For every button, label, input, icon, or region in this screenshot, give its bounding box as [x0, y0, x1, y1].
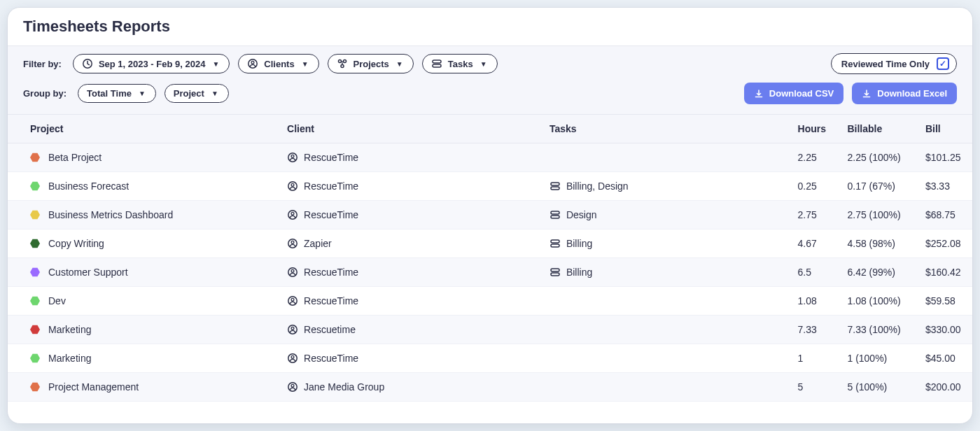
table-row[interactable]: Project ManagementJane Media Group55 (10… — [8, 373, 972, 402]
cell-bill: $68.75 — [916, 201, 972, 229]
person-circle-icon — [287, 238, 298, 249]
table-row[interactable]: MarketingRescueTime11 (100%)$45.00 — [8, 344, 972, 373]
col-header-client[interactable]: Client — [277, 115, 540, 143]
clock-icon — [82, 58, 93, 69]
chevron-down-icon: ▼ — [480, 60, 487, 68]
cell-hours: 7.33 — [788, 316, 838, 344]
table-row[interactable]: Copy WritingZapierBilling4.674.58 (98%)$… — [8, 229, 972, 258]
title-bar: Timesheets Reports — [8, 8, 972, 46]
tasks-icon — [550, 267, 561, 278]
project-name: Copy Writing — [48, 238, 104, 249]
cell-hours: 5 — [788, 373, 838, 402]
table-row[interactable]: Beta ProjectRescueTime2.252.25 (100%)$10… — [8, 143, 972, 172]
project-color-icon — [30, 239, 40, 248]
person-circle-icon — [287, 324, 298, 335]
table-header-row: Project Client Tasks Hours Billable Bill — [8, 115, 972, 143]
cell-billable: 1.08 (100%) — [837, 287, 915, 316]
page-title: Timesheets Reports — [23, 17, 957, 36]
person-circle-icon — [287, 267, 298, 278]
filter-label: Filter by: — [23, 59, 62, 69]
filter-projects-label: Projects — [354, 59, 389, 69]
cell-bill: $101.25 — [916, 143, 972, 172]
cell-bill: $3.33 — [916, 172, 972, 201]
report-card: Timesheets Reports Filter by: Sep 1, 202… — [7, 7, 973, 424]
col-header-bill[interactable]: Bill — [916, 115, 972, 143]
cell-billable: 0.17 (67%) — [837, 172, 915, 201]
filter-row: Filter by: Sep 1, 2023 - Feb 9, 2024 ▼ C… — [8, 46, 972, 78]
filter-date-range[interactable]: Sep 1, 2023 - Feb 9, 2024 ▼ — [73, 54, 230, 73]
download-csv-button[interactable]: Download CSV — [744, 83, 844, 104]
person-circle-icon — [287, 295, 298, 306]
cell-billable: 7.33 (100%) — [837, 316, 915, 344]
filter-tasks[interactable]: Tasks ▼ — [422, 54, 498, 73]
tasks-icon — [550, 181, 561, 192]
group-label: Group by: — [23, 88, 66, 99]
download-excel-button[interactable]: Download Excel — [852, 83, 957, 104]
table-row[interactable]: Business Metrics DashboardRescueTimeDesi… — [8, 201, 972, 229]
cell-bill: $330.00 — [916, 316, 972, 344]
project-name: Marketing — [48, 324, 91, 335]
project-name: Project Management — [48, 381, 139, 393]
table-row[interactable]: Business ForecastRescueTimeBilling, Desi… — [8, 172, 972, 201]
group-project[interactable]: Project ▼ — [164, 84, 229, 103]
group-project-label: Project — [174, 88, 204, 99]
project-color-icon — [30, 296, 40, 306]
client-name: RescueTime — [304, 209, 358, 220]
person-circle-icon — [287, 181, 298, 192]
project-color-icon — [30, 382, 40, 392]
cell-hours: 4.67 — [788, 229, 838, 258]
person-circle-icon — [287, 353, 298, 364]
cell-hours: 0.25 — [788, 172, 838, 201]
col-header-tasks[interactable]: Tasks — [540, 115, 788, 143]
cell-bill: $252.08 — [916, 229, 972, 258]
chevron-down-icon: ▼ — [211, 90, 218, 97]
tasks-icon — [550, 238, 561, 249]
cell-billable: 2.25 (100%) — [837, 143, 915, 172]
cell-billable: 4.58 (98%) — [837, 229, 915, 258]
filter-tasks-label: Tasks — [448, 59, 473, 69]
reviewed-only-toggle[interactable]: Reviewed Time Only — [831, 53, 957, 74]
col-header-billable[interactable]: Billable — [837, 115, 915, 143]
cell-hours: 2.75 — [788, 201, 838, 229]
col-header-project[interactable]: Project — [8, 115, 277, 143]
task-names: Billing, Design — [566, 181, 629, 192]
client-name: RescueTime — [304, 267, 358, 278]
reviewed-only-checkbox[interactable] — [937, 57, 949, 70]
table-row[interactable]: Customer SupportRescueTimeBilling6.56.42… — [8, 258, 972, 287]
table-row[interactable]: DevRescueTime1.081.08 (100%)$59.58 — [8, 287, 972, 316]
client-name: Zapier — [304, 238, 332, 249]
download-icon — [754, 89, 764, 99]
col-header-hours[interactable]: Hours — [788, 115, 838, 143]
person-circle-icon — [287, 209, 298, 220]
client-name: Rescuetime — [304, 324, 356, 335]
cell-hours: 2.25 — [788, 143, 838, 172]
chevron-down-icon: ▼ — [139, 90, 146, 97]
group-total-time[interactable]: Total Time ▼ — [78, 84, 156, 103]
filter-date-range-value: Sep 1, 2023 - Feb 9, 2024 — [99, 59, 205, 69]
table-row[interactable]: MarketingRescuetime7.337.33 (100%)$330.0… — [8, 316, 972, 344]
filter-clients[interactable]: Clients ▼ — [238, 54, 318, 73]
project-name: Beta Project — [48, 152, 102, 163]
filter-projects[interactable]: Projects ▼ — [328, 54, 414, 73]
project-color-icon — [30, 267, 40, 277]
project-color-icon — [30, 353, 40, 363]
project-color-icon — [30, 153, 40, 162]
client-name: RescueTime — [304, 353, 358, 364]
tasks-icon — [431, 58, 442, 69]
project-name: Business Forecast — [48, 181, 129, 192]
group-row: Group by: Total Time ▼ Project ▼ Downloa… — [8, 78, 972, 115]
task-names: Billing — [566, 267, 592, 278]
task-names: Billing — [566, 238, 592, 249]
projects-icon — [337, 58, 348, 69]
cell-bill: $45.00 — [916, 344, 972, 373]
cell-billable: 2.75 (100%) — [837, 201, 915, 229]
project-name: Dev — [48, 295, 66, 306]
cell-hours: 1.08 — [788, 287, 838, 316]
cell-billable: 5 (100%) — [837, 373, 915, 402]
project-color-icon — [30, 181, 40, 191]
project-color-icon — [30, 210, 40, 220]
client-name: Jane Media Group — [304, 381, 384, 393]
project-color-icon — [30, 325, 40, 334]
client-name: RescueTime — [304, 152, 358, 163]
person-circle-icon — [247, 58, 258, 69]
